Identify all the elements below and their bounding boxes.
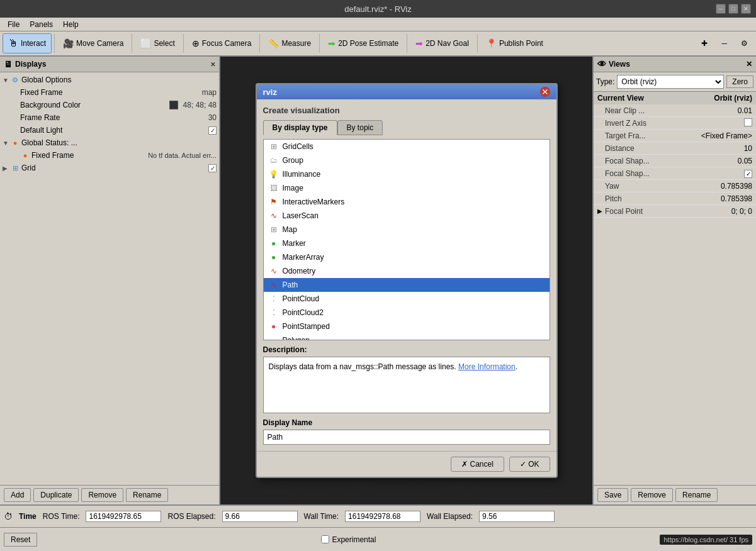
publish-point-button[interactable]: 📍 Publish Point: [480, 33, 549, 53]
display-name-label: Display Name: [263, 418, 550, 427]
move-camera-button[interactable]: 🎥 Move Camera: [57, 33, 129, 53]
create-visualization-modal: rviz ✕ Create visualization By display t…: [256, 83, 558, 478]
list-item[interactable]: ⚑ InteractiveMarkers: [264, 195, 550, 209]
modal-close-button[interactable]: ✕: [540, 87, 550, 97]
add-button[interactable]: Add: [4, 488, 31, 502]
focal-point-expand[interactable]: ▶: [597, 208, 605, 214]
2d-pose-button[interactable]: ➡ 2D Pose Estimate: [322, 33, 404, 53]
list-item-label: Marker: [283, 239, 306, 248]
3d-view[interactable]: rviz ✕ Create visualization By display t…: [220, 57, 592, 504]
grid-cells-icon: ⊞: [269, 142, 279, 152]
global-options-row[interactable]: ▼ ⚙ Global Options: [0, 74, 219, 86]
views-save-button[interactable]: Save: [597, 488, 628, 502]
list-item-selected[interactable]: ∿ Path: [264, 278, 550, 292]
list-item[interactable]: ⊞ Map: [264, 223, 550, 237]
list-item[interactable]: ⁚ PointCloud: [264, 292, 550, 306]
focal-shape1-row[interactable]: Focal Shap... 0.05: [594, 155, 756, 167]
2d-nav-button[interactable]: ➡ 2D Nav Goal: [410, 33, 475, 53]
minimize-button[interactable]: ─: [716, 4, 726, 14]
menu-help[interactable]: Help: [58, 19, 84, 30]
background-color-swatch[interactable]: [169, 101, 178, 109]
list-item[interactable]: ∿ LaserScan: [264, 209, 550, 223]
more-info-link[interactable]: More Information: [458, 362, 516, 371]
focal-shape2-checkbox[interactable]: ✓: [744, 170, 752, 178]
grid-row[interactable]: ▶ ⊞ Grid ✓: [0, 162, 219, 174]
distance-row[interactable]: Distance 10: [594, 142, 756, 155]
displays-close-button[interactable]: ✕: [210, 61, 215, 68]
display-name-input[interactable]: [263, 430, 550, 445]
default-light-row[interactable]: Default Light ✓: [10, 124, 219, 136]
interact-button[interactable]: 🖱 Interact: [3, 33, 52, 53]
select-button[interactable]: ⬜ Select: [135, 33, 180, 53]
list-item[interactable]: ⊞ GridCells: [264, 140, 550, 153]
focal-shape2-row[interactable]: Focal Shap... ✓: [594, 167, 756, 180]
separator-6: [407, 34, 407, 53]
views-close-button[interactable]: ✕: [746, 60, 752, 69]
default-light-checkbox[interactable]: ✓: [208, 126, 217, 135]
pitch-row[interactable]: Pitch 0.785398: [594, 192, 756, 205]
list-item[interactable]: 🗂 Group: [264, 153, 550, 167]
list-item[interactable]: ● MarkerArray: [264, 250, 550, 264]
target-frame-row[interactable]: Target Fra... <Fixed Frame>: [594, 130, 756, 142]
background-color-row[interactable]: Background Color 48; 48; 48: [10, 99, 219, 111]
grid-checkbox[interactable]: ✓: [208, 164, 217, 172]
focus-camera-button[interactable]: ⊕ Focus Camera: [186, 33, 257, 53]
focal-point-value: 0; 0; 0: [731, 207, 752, 216]
list-item[interactable]: ∿ Odometry: [264, 264, 550, 278]
near-clip-row[interactable]: Near Clip ... 0.01: [594, 104, 756, 117]
reset-button[interactable]: Reset: [4, 533, 37, 547]
maximize-button[interactable]: □: [728, 4, 738, 14]
cancel-button[interactable]: ✗ Cancel: [451, 457, 504, 472]
frame-rate-row[interactable]: Frame Rate 30: [10, 111, 219, 124]
experimental-checkbox[interactable]: [321, 535, 329, 543]
grid-expand[interactable]: ▶: [3, 165, 10, 172]
global-status-expand[interactable]: ▼: [3, 140, 10, 147]
modal-title: rviz: [263, 87, 277, 97]
viz-list[interactable]: ⊞ GridCells 🗂 Group 💡 Illuminance 🖼: [263, 139, 550, 340]
measure-button[interactable]: 📏 Measure: [262, 33, 317, 53]
global-status-row[interactable]: ▼ ● Global Status: ...: [0, 136, 219, 149]
list-item[interactable]: ⁚ PointCloud2: [264, 306, 550, 320]
list-item-label: Polygon: [283, 336, 310, 340]
rename-button[interactable]: Rename: [126, 488, 168, 502]
window-title: default.rviz* - RViz: [344, 4, 411, 14]
ok-button[interactable]: ✓ OK: [509, 457, 550, 472]
list-item-label: GridCells: [283, 142, 313, 151]
marker-array-icon: ●: [269, 252, 279, 262]
gs-ff-value: No tf data. Actual err...: [148, 152, 217, 159]
tab-by-display-type[interactable]: By display type: [263, 120, 337, 135]
views-rename-button[interactable]: Rename: [675, 488, 718, 502]
fixed-frame-row[interactable]: Fixed Frame map: [10, 86, 219, 99]
list-item-label: Odometry: [283, 267, 316, 276]
remove-toolbar-button[interactable]: ─: [716, 33, 733, 53]
near-clip-value: 0.01: [738, 106, 752, 115]
list-item[interactable]: ● Marker: [264, 237, 550, 250]
menu-panels[interactable]: Panels: [25, 19, 58, 30]
invert-z-row[interactable]: Invert Z Axis: [594, 117, 756, 130]
list-item[interactable]: 🖼 Image: [264, 181, 550, 195]
list-item-label: Group: [283, 156, 303, 165]
displays-tree: ▼ ⚙ Global Options Fixed Frame map Backg…: [0, 72, 219, 485]
focal-point-row[interactable]: ▶ Focal Point 0; 0; 0: [594, 205, 756, 218]
list-item[interactable]: ▬ Polygon: [264, 333, 550, 340]
views-type-select[interactable]: Orbit (rviz): [617, 75, 724, 89]
global-status-fixed-frame-row[interactable]: ● Fixed Frame No tf data. Actual err...: [10, 149, 219, 162]
window-controls[interactable]: ─ □ ✕: [716, 4, 751, 14]
invert-z-checkbox[interactable]: [744, 118, 752, 126]
duplicate-button[interactable]: Duplicate: [33, 488, 79, 502]
focal-point-label: Focal Point: [605, 207, 731, 216]
views-remove-button[interactable]: Remove: [631, 488, 673, 502]
add-toolbar-button[interactable]: ✚: [696, 33, 713, 53]
global-options-expand[interactable]: ▼: [3, 77, 10, 84]
yaw-row[interactable]: Yaw 0.785398: [594, 180, 756, 192]
tab-by-topic[interactable]: By topic: [337, 120, 383, 135]
list-item[interactable]: 💡 Illuminance: [264, 167, 550, 181]
modal-body: Create visualization By display type By …: [257, 99, 556, 451]
list-item[interactable]: ● PointStamped: [264, 320, 550, 333]
remove-button[interactable]: Remove: [81, 488, 123, 502]
fixed-frame-label: Fixed Frame: [20, 88, 200, 97]
close-button[interactable]: ✕: [741, 4, 751, 14]
menu-file[interactable]: File: [3, 19, 25, 30]
settings-toolbar-button[interactable]: ⚙: [735, 33, 753, 53]
zero-button[interactable]: Zero: [726, 75, 753, 88]
